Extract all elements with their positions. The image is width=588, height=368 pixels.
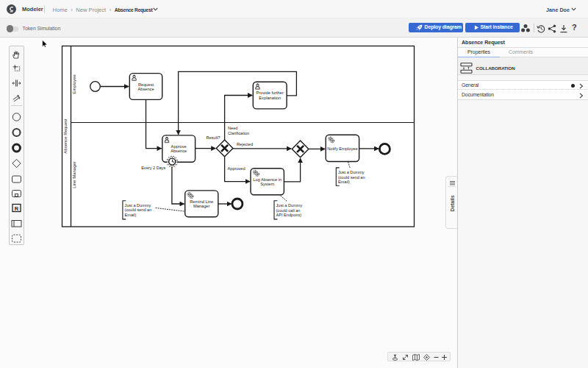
svg-text:Approved: Approved [228,166,245,171]
svg-text:Provide further: Provide further [257,91,284,95]
svg-text:Every 2 Days: Every 2 Days [141,166,165,170]
svg-text:Just a Dummy: Just a Dummy [125,203,151,208]
svg-text:Log Absence in: Log Absence in [253,177,282,182]
svg-text:Manager: Manager [193,204,210,208]
svg-text:Just a Dummy: Just a Dummy [276,203,303,208]
svg-text:Approve: Approve [171,144,187,149]
svg-text:Rejected: Rejected [237,142,253,146]
svg-text:(could call an: (could call an [276,208,301,213]
svg-text:(could send an: (could send an [338,175,365,180]
svg-text:Clarification: Clarification [228,131,249,135]
svg-text:System: System [260,182,274,186]
svg-text:(could send an: (could send an [125,208,152,212]
svg-text:Absence: Absence [171,149,187,153]
svg-text:Result?: Result? [206,135,220,140]
svg-text:Employee: Employee [72,74,76,94]
svg-text:Remind Line: Remind Line [190,199,213,204]
svg-text:Absence: Absence [137,87,154,91]
svg-text:Email): Email) [125,213,137,217]
svg-text:R: R [15,205,19,212]
svg-text:Request: Request [138,82,154,87]
svg-text:Absence Request: Absence Request [63,118,68,154]
svg-text:Need: Need [228,126,237,130]
svg-text:Notify Employee: Notify Employee [327,146,357,151]
svg-text:Line Manager: Line Manager [72,161,76,188]
svg-text:Email): Email) [338,180,350,184]
svg-text:Just a Dummy: Just a Dummy [338,170,365,174]
svg-text:API Endpoint): API Endpoint) [276,213,302,217]
svg-text:Explanation: Explanation [259,96,281,100]
